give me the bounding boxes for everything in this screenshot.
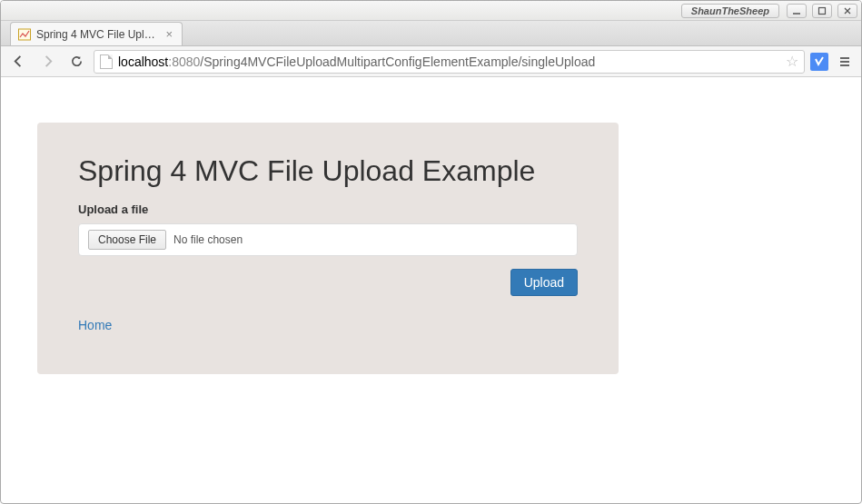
favicon-icon (18, 28, 31, 41)
page-icon (100, 54, 113, 69)
tab-title: Spring 4 MVC File Upload (36, 28, 160, 41)
home-link[interactable]: Home (78, 318, 112, 332)
close-button[interactable] (837, 4, 857, 18)
browser-tabstrip: Spring 4 MVC File Upload × (1, 21, 861, 46)
forward-button[interactable] (35, 51, 59, 73)
minimize-button[interactable] (787, 4, 807, 18)
file-input[interactable]: Choose File No file chosen (78, 223, 578, 256)
upload-button[interactable]: Upload (510, 269, 578, 296)
form-well: Spring 4 MVC File Upload Example Upload … (37, 123, 619, 374)
choose-file-button[interactable]: Choose File (88, 230, 166, 250)
url-text: localhost:8080/Spring4MVCFileUploadMulti… (118, 54, 595, 69)
window-controls (787, 4, 857, 18)
url-path: /Spring4MVCFileUploadMultipartConfigElem… (200, 54, 595, 69)
form-label: Upload a file (78, 203, 578, 216)
tab-close-icon[interactable]: × (165, 28, 173, 40)
url-port: :8080 (168, 54, 200, 69)
address-bar[interactable]: localhost:8080/Spring4MVCFileUploadMulti… (94, 50, 805, 74)
reload-button[interactable] (64, 51, 88, 73)
maximize-button[interactable] (812, 4, 832, 18)
page-heading: Spring 4 MVC File Upload Example (78, 154, 578, 188)
url-host: localhost (118, 54, 168, 69)
extension-badge[interactable] (810, 53, 828, 71)
browser-tab[interactable]: Spring 4 MVC File Upload × (10, 22, 183, 45)
os-titlebar: ShaunTheSheep (1, 1, 861, 21)
svg-rect-1 (819, 7, 826, 14)
browser-menu-button[interactable] (834, 51, 856, 73)
bookmark-star-icon[interactable]: ☆ (786, 53, 798, 70)
browser-toolbar: localhost:8080/Spring4MVCFileUploadMulti… (1, 46, 861, 77)
form-actions: Upload (78, 269, 578, 296)
back-button[interactable] (6, 51, 30, 73)
file-status-text: No file chosen (173, 233, 243, 246)
os-user-label: ShaunTheSheep (681, 4, 779, 18)
page-content: Spring 4 MVC File Upload Example Upload … (1, 77, 861, 410)
